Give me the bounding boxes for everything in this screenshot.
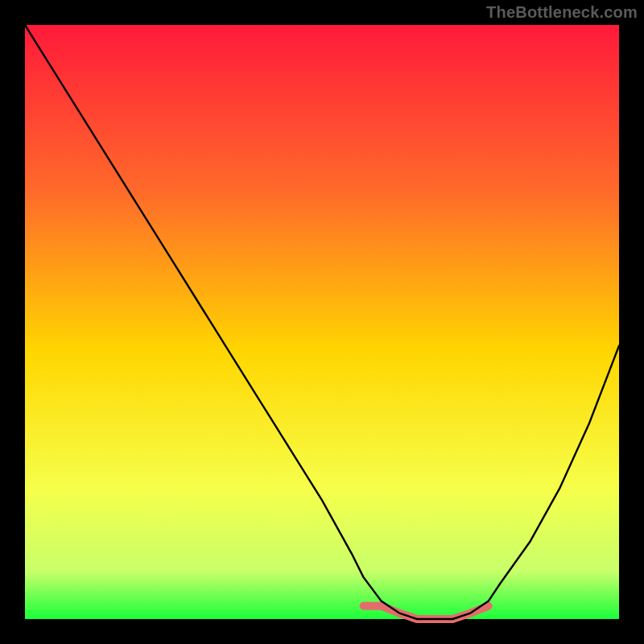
watermark-text: TheBottleneck.com (486, 3, 638, 22)
chart-container: { "watermark": "TheBottleneck.com", "col… (0, 0, 644, 644)
bottleneck-chart (0, 0, 644, 644)
plot-background (25, 25, 619, 619)
